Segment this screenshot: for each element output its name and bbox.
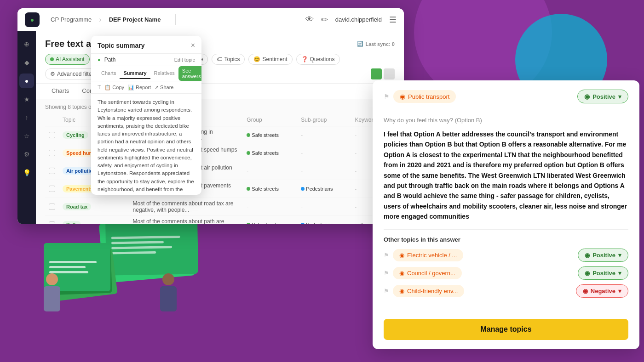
flag-icon-1[interactable]: ⚑ (384, 270, 389, 277)
sidebar-icon-add[interactable]: ⊕ (19, 37, 34, 51)
row-checkbox-0[interactable] (45, 126, 59, 144)
row-checkbox-5[interactable] (45, 216, 59, 225)
modal-body: The sentiment towards cycling in Leytons… (91, 94, 201, 195)
copy-button[interactable]: 📋 Copy (104, 85, 124, 90)
see-answers-button[interactable]: See answers (178, 66, 201, 81)
question-text: Why do you feel this way? (Option B) (384, 117, 628, 124)
illustration (14, 224, 207, 353)
row-checkbox-2[interactable] (45, 162, 59, 180)
sidebar-icon-bulb[interactable]: 💡 (19, 165, 34, 180)
manage-topics-button[interactable]: Manage topics (384, 319, 628, 340)
nav-def-project[interactable]: DEF Project Name (105, 14, 165, 25)
modal-tab-summary[interactable]: Summary (120, 68, 150, 79)
sentiment-icon: ◉ (584, 93, 590, 100)
filter-sentiment[interactable]: 😊 Sentiment (248, 54, 292, 65)
chevron-down-icon: ▾ (618, 93, 621, 100)
pencil-icon[interactable]: ✏ (321, 15, 328, 25)
row-checkbox-3[interactable] (45, 180, 59, 198)
sidebar-icon-up[interactable]: ↑ (19, 110, 34, 125)
row-topic-5[interactable]: Path (59, 216, 129, 225)
chevron-icon-0: ▾ (618, 252, 621, 259)
modal-path-label[interactable]: Path (104, 57, 116, 63)
text-icon: T (98, 84, 101, 90)
sidebar: ⊕ ◆ ● ★ ↑ ☆ ⚙ 💡 (17, 31, 36, 224)
breadcrumb: CP Programme › DEF Project Name (47, 14, 164, 25)
topic-tag-public-transport[interactable]: ◉ Public transport (393, 90, 456, 103)
sidebar-icon-gear[interactable]: ⚙ (19, 147, 34, 162)
sidebar-icon-circle[interactable]: ● (19, 74, 34, 88)
row-topic-4[interactable]: Road tax (59, 198, 129, 216)
other-topic-tag-0[interactable]: ◉ Electric vehicle / ... (393, 249, 463, 261)
other-sentiment-icon-1: ◉ (585, 270, 590, 277)
row-subgroup-0: - (297, 126, 351, 144)
other-topic-row-2: ⚑ ◉ Child-friendly env... ◉ Negative ▾ (384, 284, 628, 298)
other-topic-row-1: ⚑ ◉ Council / govern... ◉ Positive ▾ (384, 266, 628, 280)
other-sentiment-2[interactable]: ◉ Negative ▾ (576, 284, 628, 298)
sentiment-badge-positive[interactable]: ◉ Positive ▾ (577, 90, 628, 103)
menu-icon[interactable]: ☰ (389, 15, 397, 25)
other-topics-title: Other topics in this answer (384, 236, 628, 243)
table-row: Path Most of the comments about path are… (45, 216, 395, 225)
questions-icon: ❓ (301, 56, 308, 62)
app-logo: ● (25, 12, 40, 27)
answer-panel-inner: ⚑ ◉ Public transport ◉ Positive ▾ Why do… (373, 80, 639, 311)
other-sentiment-1[interactable]: ◉ Positive ▾ (578, 266, 628, 280)
row-group-3: Safe streets (243, 180, 297, 198)
sidebar-icon-star2[interactable]: ☆ (19, 129, 34, 143)
table-row: Road tax Most of the comments about road… (45, 198, 395, 216)
filter-topics[interactable]: 🏷 Topics (212, 54, 245, 65)
sidebar-icon-diamond[interactable]: ◆ (19, 55, 34, 70)
other-topic-tag-1[interactable]: ◉ Council / govern... (393, 267, 462, 279)
tab-charts[interactable]: Charts (45, 84, 75, 99)
filter-ai-assistant[interactable]: AI Assistant (45, 54, 90, 65)
row-group-1: Safe streets (243, 144, 297, 162)
modal-tab-charts[interactable]: Charts (98, 68, 120, 79)
modal-header: Topic summary × (91, 36, 201, 54)
sentiment-icon: 😊 (253, 56, 260, 62)
row-group-0: Safe streets (243, 126, 297, 144)
last-sync: Last sync: 0 (365, 41, 395, 47)
row-summary-4: Most of the comments about road tax are … (129, 198, 243, 216)
other-sentiment-icon-2: ◉ (583, 288, 588, 294)
answer-panel: ⚑ ◉ Public transport ◉ Positive ▾ Why do… (373, 80, 639, 349)
top-bar: ● CP Programme › DEF Project Name 👁 ✏ da… (17, 8, 404, 31)
topic-sentiment-row: ⚑ ◉ Public transport ◉ Positive ▾ (384, 90, 628, 110)
row-subgroup-2: - (297, 162, 351, 180)
flag-icon[interactable]: ⚑ (384, 93, 390, 100)
answer-text: I feel that Option A better addresses th… (384, 129, 628, 222)
nav-cp-programme[interactable]: CP Programme (47, 14, 95, 25)
other-sentiment-icon-0: ◉ (585, 252, 590, 259)
other-topic-icon-1: ◉ (399, 270, 404, 277)
row-checkbox-4[interactable] (45, 198, 59, 216)
sync-icon: 🔄 (357, 41, 363, 47)
top-bar-right: 👁 ✏ david.chipperfield ☰ (305, 15, 397, 25)
edit-topic-btn[interactable]: Edit topic (174, 57, 195, 62)
row-group-5: Safe streets (243, 216, 297, 225)
app-window: ● CP Programme › DEF Project Name 👁 ✏ da… (17, 8, 404, 224)
other-sentiment-0[interactable]: ◉ Positive ▾ (578, 249, 628, 262)
other-topic-tag-2[interactable]: ◉ Child-friendly env... (393, 285, 464, 297)
row-summary-5: Most of the comments about path are posi… (129, 216, 243, 225)
other-topic-icon-0: ◉ (399, 252, 404, 259)
sidebar-icon-star[interactable]: ★ (19, 92, 34, 107)
topic-icon: ◉ (400, 93, 405, 100)
other-topics-section: Other topics in this answer ⚑ ◉ Electric… (384, 229, 628, 298)
row-group-4: - (243, 198, 297, 216)
modal-actions: T 📋 Copy 📊 Report ↗ Share (91, 81, 201, 94)
flag-icon-0[interactable]: ⚑ (384, 252, 389, 259)
modal-tab-relatives[interactable]: Relatives (150, 68, 178, 79)
share-button[interactable]: ↗ Share (155, 85, 173, 90)
row-subgroup-5: Pedestrians (297, 216, 351, 225)
eye-icon[interactable]: 👁 (305, 15, 314, 24)
topics-icon: 🏷 (217, 56, 222, 62)
col-group: Group (243, 114, 297, 126)
filter-questions[interactable]: ❓ Questions (296, 54, 340, 65)
row-subgroup-4: - (297, 198, 351, 216)
row-checkbox-1[interactable] (45, 144, 59, 162)
report-button[interactable]: 📊 Report (128, 85, 151, 90)
flag-icon-2[interactable]: ⚑ (384, 288, 389, 294)
other-topic-icon-2: ◉ (399, 288, 404, 294)
green-indicator (371, 68, 382, 79)
other-topic-row-0: ⚑ ◉ Electric vehicle / ... ◉ Positive ▾ (384, 249, 628, 262)
modal-close-button[interactable]: × (191, 41, 195, 50)
